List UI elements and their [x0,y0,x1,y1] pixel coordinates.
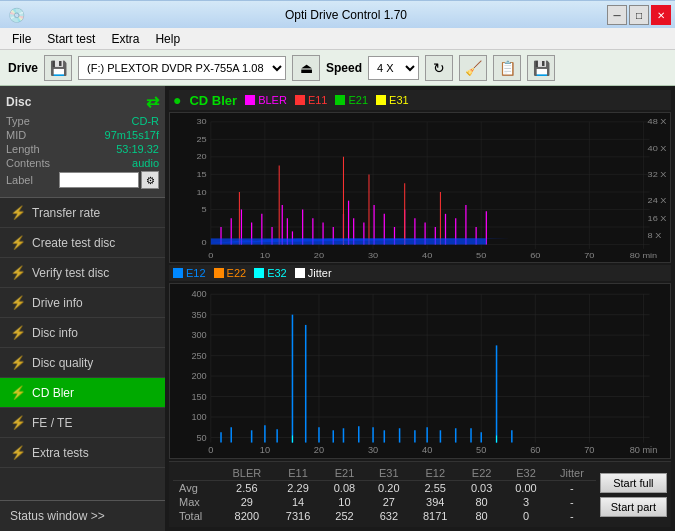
sidebar-item-label: Disc quality [32,356,93,370]
disc-label-label: Label [6,174,33,186]
svg-text:0: 0 [208,250,213,259]
svg-text:300: 300 [191,330,206,340]
eject-button[interactable]: ⏏ [292,55,320,81]
create-test-disc-icon: ⚡ [10,235,26,250]
legend-e31: E31 [376,94,409,106]
row-total-e12: 8171 [411,509,459,523]
start-full-button[interactable]: Start full [600,473,667,493]
svg-text:50: 50 [476,250,486,259]
col-e32: E32 [504,466,548,481]
svg-text:5: 5 [202,205,207,214]
sidebar-item-create-test-disc[interactable]: ⚡ Create test disc [0,228,165,258]
minimize-button[interactable]: ─ [607,5,627,25]
stats-table: BLER E11 E21 E31 E12 E22 E32 Jitter [173,466,596,523]
svg-text:40: 40 [422,250,432,259]
close-button[interactable]: ✕ [651,5,671,25]
sidebar-item-extra-tests[interactable]: ⚡ Extra tests [0,438,165,468]
stats-row-total: Total 8200 7316 252 632 8171 80 0 - [173,509,596,523]
row-total-label: Total [173,509,220,523]
row-total-e31: 632 [367,509,411,523]
status-window-button[interactable]: Status window >> [0,500,165,531]
row-max-e32: 3 [504,495,548,509]
disc-info-panel: Disc ⇄ Type CD-R MID 97m15s17f Length 53… [0,86,165,198]
window-controls: ─ □ ✕ [607,5,671,25]
save-button[interactable]: 💾 [527,55,555,81]
toolbar: Drive 💾 (F:) PLEXTOR DVDR PX-755A 1.08 ⏏… [0,50,675,86]
sidebar-item-label: Drive info [32,296,83,310]
legend-e22: E22 [214,267,247,279]
legend-e12: E12 [173,267,206,279]
sidebar-item-drive-info[interactable]: ⚡ Drive info [0,288,165,318]
sidebar: Disc ⇄ Type CD-R MID 97m15s17f Length 53… [0,86,165,531]
row-avg-e31: 0.20 [367,481,411,496]
disc-label-input[interactable] [59,172,139,188]
row-avg-jitter: - [548,481,596,496]
disc-quality-icon: ⚡ [10,355,26,370]
disc-label-row: Label ⚙ [6,171,159,189]
col-e11: E11 [274,466,322,481]
svg-text:70: 70 [584,445,594,455]
sidebar-item-cd-bler[interactable]: ⚡ CD Bler [0,378,165,408]
svg-rect-75 [211,238,487,244]
svg-text:30: 30 [368,445,378,455]
app-title: Opti Drive Control 1.70 [25,8,667,22]
stats-row-max: Max 29 14 10 27 394 80 3 - [173,495,596,509]
disc-swap-icon[interactable]: ⇄ [146,92,159,111]
svg-text:0: 0 [208,445,213,455]
menu-help[interactable]: Help [147,30,188,48]
svg-text:20: 20 [314,250,324,259]
content-area: ● CD Bler BLER E11 E21 E31 [165,86,675,531]
svg-text:0: 0 [202,237,207,246]
chart-header-top: ● CD Bler BLER E11 E21 E31 [169,90,671,110]
drive-info-icon: ⚡ [10,295,26,310]
col-bler: BLER [220,466,274,481]
disc-section-label: Disc [6,95,31,109]
disc-type-value: CD-R [132,115,160,127]
sidebar-item-fe-te[interactable]: ⚡ FE / TE [0,408,165,438]
disc-type-label: Type [6,115,30,127]
svg-text:48 X: 48 X [648,117,667,126]
refresh-button[interactable]: ↻ [425,55,453,81]
sidebar-item-label: Verify test disc [32,266,109,280]
menu-file[interactable]: File [4,30,39,48]
stats-buttons: Start full Start part [600,466,667,523]
menu-extra[interactable]: Extra [103,30,147,48]
sidebar-item-verify-test-disc[interactable]: ⚡ Verify test disc [0,258,165,288]
svg-text:16 X: 16 X [648,213,667,222]
row-total-e22: 80 [459,509,503,523]
chart-header-bottom: E12 E22 E32 Jitter [169,265,671,281]
restore-button[interactable]: □ [629,5,649,25]
drive-icon-btn[interactable]: 💾 [44,55,72,81]
fe-te-icon: ⚡ [10,415,26,430]
disc-length-row: Length 53:19.32 [6,143,159,155]
sidebar-item-disc-info[interactable]: ⚡ Disc info [0,318,165,348]
svg-text:32 X: 32 X [648,170,667,179]
svg-text:30: 30 [368,250,378,259]
speed-label: Speed [326,61,362,75]
top-chart: 30 25 20 15 10 5 0 0 10 20 30 40 [169,112,671,263]
disc-info-icon: ⚡ [10,325,26,340]
disc-contents-value: audio [132,157,159,169]
row-max-e12: 394 [411,495,459,509]
sidebar-item-label: Transfer rate [32,206,100,220]
svg-text:10: 10 [260,445,270,455]
drive-select[interactable]: (F:) PLEXTOR DVDR PX-755A 1.08 [78,56,286,80]
svg-rect-76 [170,284,670,458]
row-max-label: Max [173,495,220,509]
label-settings-icon[interactable]: ⚙ [141,171,159,189]
erase-button[interactable]: 🧹 [459,55,487,81]
verify-test-disc-icon: ⚡ [10,265,26,280]
stats-section: BLER E11 E21 E31 E12 E22 E32 Jitter [169,461,671,527]
sidebar-item-disc-quality[interactable]: ⚡ Disc quality [0,348,165,378]
sidebar-item-transfer-rate[interactable]: ⚡ Transfer rate [0,198,165,228]
menu-start-test[interactable]: Start test [39,30,103,48]
row-max-bler: 29 [220,495,274,509]
speed-select[interactable]: 4 X Max 1 X 2 X 8 X [368,56,419,80]
legend-e11: E11 [295,94,328,106]
copy-button[interactable]: 📋 [493,55,521,81]
col-e21: E21 [322,466,366,481]
start-part-button[interactable]: Start part [600,497,667,517]
svg-text:250: 250 [191,351,206,361]
sidebar-item-label: Extra tests [32,446,89,460]
disc-contents-row: Contents audio [6,157,159,169]
